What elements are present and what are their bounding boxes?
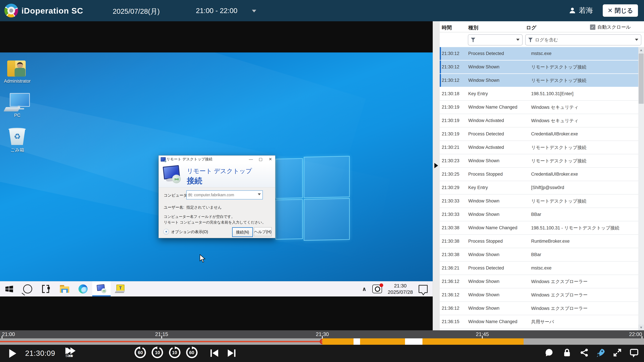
fullscreen-button[interactable] — [612, 348, 622, 358]
desktop-icon-recycle-bin: ♻ ごみ箱 — [1, 128, 33, 153]
comments-button[interactable] — [544, 348, 554, 358]
log-cell-time: 21:30:19 — [440, 105, 466, 110]
rocket-button[interactable] — [595, 348, 606, 358]
share-button[interactable] — [580, 348, 589, 358]
scrollbar-down-icon[interactable]: ▼ — [638, 325, 644, 330]
rdp-logo-icon: »« — [163, 166, 182, 185]
panel-collapse-handle-icon[interactable] — [434, 163, 438, 168]
log-cell-time: 21:30:12 — [440, 64, 466, 69]
log-cell-log: BBar — [529, 212, 638, 217]
played-progress-line — [0, 341, 322, 342]
previous-session-button[interactable] — [210, 350, 218, 357]
rdp-banner-title-line1: リモート デスクトップ — [187, 167, 252, 175]
desktop-icon-pc: PC — [1, 93, 33, 118]
timeline-track[interactable] — [0, 338, 644, 345]
activity-segment[interactable] — [360, 338, 405, 345]
show-options-toggle: ▼ オプションの表示(O) — [163, 229, 208, 235]
timeline-label-strip[interactable]: 21:0021:1521:3021:4522:00 — [0, 330, 644, 338]
app-logo-icon — [4, 4, 18, 17]
log-row[interactable]: 21:36:12Window ShownWindows エクスプローラー — [440, 275, 638, 289]
jump-seconds-label: 60 — [186, 350, 198, 355]
autoscroll-toggle[interactable]: ✓ 自動スクロール — [590, 24, 631, 30]
forward-10-button[interactable]: 10 — [168, 347, 181, 359]
log-cell-log: CredentialUIBroker.exe — [529, 131, 638, 137]
tray-chevron-icon: ∧ — [362, 286, 366, 292]
activity-segment[interactable] — [422, 338, 524, 345]
lock-button[interactable] — [562, 348, 572, 358]
play-button[interactable] — [9, 349, 16, 358]
log-row[interactable]: 21:36:15Window Name Changed共用サーバ — [440, 315, 638, 329]
log-row[interactable]: 21:30:19Window Name ChangedWindows セキュリテ… — [440, 101, 638, 114]
forward-60-button[interactable]: 60 — [186, 347, 198, 359]
column-header-log: ログ — [526, 24, 536, 31]
log-row[interactable]: 21:30:12Window Shownリモートデスクトップ接続 — [440, 60, 638, 74]
log-cell-type: Process Detected — [466, 266, 529, 271]
log-cell-log: mstsc.exe — [529, 266, 638, 271]
action-center-icon — [418, 285, 428, 293]
type-filter-dropdown[interactable] — [468, 34, 522, 45]
log-row[interactable]: 21:30:21Window Activatedリモートデスクトップ接続 — [440, 141, 638, 154]
rdp-minimize-button: — — [246, 156, 256, 163]
skip-back-icon — [212, 350, 218, 357]
jump-seconds-label: 10 — [151, 350, 164, 355]
log-cell-type: Window Name Changed — [466, 319, 529, 324]
log-cell-type: Window Shown — [466, 279, 529, 284]
rdp-banner-title-line2: 接続 — [187, 176, 202, 186]
memo-bubble-button[interactable] — [629, 348, 639, 358]
log-cell-log: リモートデスクトップ接続 — [529, 158, 638, 164]
log-row[interactable]: 21:36:12Window ShownWindows エクスプローラー — [440, 289, 638, 302]
app-header: iDoperation SC 2025/07/28(月) 21:00 - 22:… — [0, 0, 644, 21]
log-cell-time: 21:36:12 — [440, 279, 466, 284]
log-row[interactable]: 21:30:19Window ActivatedWindows セキュリティ — [440, 114, 638, 128]
log-cell-type: Process Detected — [466, 131, 529, 137]
rewind-10-button[interactable]: 10 — [151, 347, 164, 359]
speed-button-x8[interactable]: X8 — [66, 347, 76, 358]
log-cell-time: 21:30:21 — [440, 145, 466, 150]
log-filter-dropdown[interactable]: ログを含む — [525, 34, 641, 45]
close-button[interactable]: ✕ 閉じる — [603, 4, 638, 17]
log-row[interactable]: 21:30:12Window Shownリモートデスクトップ接続 — [440, 74, 638, 87]
time-range-selector[interactable]: 21:00 - 22:00 — [196, 7, 238, 15]
log-row[interactable]: 21:30:18Key Entry198.51.100.31[Enter] — [440, 87, 638, 101]
jump-buttons: 60101060 — [134, 347, 198, 359]
log-row[interactable]: 21:30:33Window Shownリモートデスクトップ接続 — [440, 195, 638, 208]
pc-icon — [5, 93, 30, 112]
time-range-caret-icon[interactable] — [252, 10, 256, 12]
connect-button: 接続(N) — [232, 227, 253, 237]
username-value: 指定されていません — [186, 205, 222, 210]
text-tool-app-icon: T — [111, 281, 129, 297]
computer-placeholder: 例: computer.fabrikam.com — [188, 192, 234, 198]
log-row[interactable]: 21:36:21Process Detectedmstsc.exe — [440, 262, 638, 275]
log-row[interactable]: 21:30:12Process Detectedmstsc.exe — [440, 47, 638, 60]
log-scrollbar[interactable]: ▲ ▼ — [638, 47, 644, 330]
activity-gap[interactable] — [405, 338, 422, 345]
timeline-time-label: 22:00 — [629, 331, 642, 337]
tray-date: 2025/07/28 — [388, 289, 413, 295]
rdp-connection-dialog: リモート デスクトップ接続 — ▢ ✕ »« リモート デスクトップ 接続 コン… — [158, 155, 276, 238]
scrollbar-up-icon[interactable]: ▲ — [638, 47, 644, 53]
log-row[interactable]: 21:30:38Window Name Changed198.51.100.31… — [440, 221, 638, 235]
warning-line1: コンピューター名フィールドが空白です。 — [164, 214, 235, 219]
log-cell-time: 21:30:19 — [440, 131, 466, 137]
log-row[interactable]: 21:30:38Window ShownBBar — [440, 248, 638, 262]
help-button: ヘルプ(H) — [254, 227, 272, 236]
activity-gap[interactable] — [354, 338, 360, 345]
rewind-60-button[interactable]: 60 — [134, 347, 146, 359]
recording-camera-tray-icon — [372, 285, 382, 293]
scrollbar-thumb[interactable] — [639, 53, 644, 104]
log-row[interactable]: 21:30:29Key Entry[Shift]p@ssw0rd — [440, 181, 638, 195]
log-cell-log: Windows エクスプローラー — [529, 305, 638, 311]
log-row[interactable]: 21:36:12Window ShownWindows エクスプローラー — [440, 302, 638, 315]
log-row[interactable]: 21:30:25Process StoppedCredentialUIBroke… — [440, 168, 638, 181]
log-row[interactable]: 21:30:38Process StoppedRuntimeBroker.exe — [440, 235, 638, 248]
log-row[interactable]: 21:30:33Window ShownBBar — [440, 208, 638, 221]
log-cell-time: 21:30:33 — [440, 212, 466, 217]
next-session-button[interactable] — [228, 350, 236, 357]
log-cell-log: リモートデスクトップ接続 — [529, 198, 638, 204]
activity-segment[interactable] — [322, 338, 354, 345]
log-row[interactable]: 21:30:23Window Shownリモートデスクトップ接続 — [440, 154, 638, 168]
autoscroll-checkbox[interactable]: ✓ — [590, 24, 595, 30]
log-cell-type: Process Stopped — [466, 239, 529, 244]
log-cell-log: BBar — [529, 252, 638, 257]
log-row[interactable]: 21:30:19Process DetectedCredentialUIBrok… — [440, 128, 638, 141]
